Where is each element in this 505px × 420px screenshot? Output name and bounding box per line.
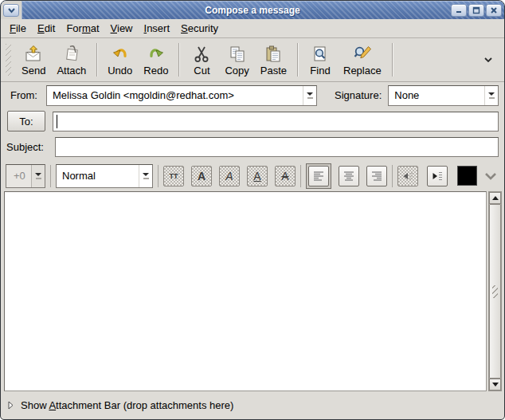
to-row: To: — [1, 108, 504, 134]
menu-mnemonic: E — [37, 22, 45, 34]
copy-button[interactable]: Copy — [219, 41, 254, 79]
editor-area — [1, 191, 504, 391]
send-icon — [24, 45, 43, 64]
from-value: Melissa Goldin <mgoldin@redhat.com> — [47, 89, 303, 101]
toolbar-button-label: Attach — [57, 65, 86, 77]
toolbar-button-label: Paste — [260, 65, 287, 77]
signature-select-arrow — [484, 86, 498, 105]
to-input[interactable] — [53, 112, 499, 131]
chevron-down-icon — [7, 7, 16, 14]
align-left-selected-frame — [306, 163, 331, 189]
menu-label-part: at — [91, 22, 100, 34]
format-separator — [50, 165, 51, 187]
menu-label-part: ile — [16, 22, 26, 34]
menu-insert[interactable]: Insert — [139, 20, 176, 37]
paragraph-style-select-arrow — [139, 165, 152, 187]
strikethrough-toggle[interactable]: A — [275, 166, 296, 186]
align-right-toggle[interactable] — [366, 166, 387, 186]
from-select[interactable]: Melissa Goldin <mgoldin@redhat.com> — [46, 85, 317, 106]
attachment-bar[interactable]: Show Attachment Bar (drop attachments he… — [1, 391, 504, 419]
minimize-icon — [455, 6, 463, 14]
subject-input[interactable] — [55, 137, 499, 157]
find-button[interactable]: Find — [303, 41, 338, 79]
send-button[interactable]: Send — [16, 41, 51, 79]
menu-label-part: dit — [45, 22, 56, 34]
menu-file[interactable]: File — [4, 20, 32, 37]
chevron-down-icon — [484, 172, 497, 180]
attachment-bar-label: Show Attachment Bar (drop attachments he… — [21, 399, 233, 411]
text-color-button[interactable] — [457, 166, 477, 186]
font-size-select[interactable]: +0 — [6, 164, 45, 188]
align-left-toggle[interactable] — [308, 166, 329, 186]
subject-input-wrap — [55, 137, 499, 157]
from-row: From: Melissa Goldin <mgoldin@redhat.com… — [1, 82, 504, 108]
redo-icon — [147, 45, 166, 64]
menu-mnemonic: S — [181, 22, 188, 34]
window-menu-area — [1, 1, 22, 19]
scroll-up-button[interactable] — [489, 192, 501, 204]
indent-icon — [431, 170, 444, 183]
close-button[interactable] — [486, 4, 502, 17]
arrow-bar-icon — [307, 97, 313, 99]
italic-toggle[interactable]: A — [219, 166, 240, 186]
minimize-button[interactable] — [451, 4, 467, 17]
menubar: File Edit Format View Insert Security — [1, 19, 504, 38]
from-label: From: — [6, 89, 46, 101]
window-menu-button[interactable] — [3, 4, 19, 17]
menu-mnemonic: V — [111, 22, 117, 34]
replace-icon — [353, 45, 372, 64]
scrollbar-thumb[interactable] — [489, 204, 501, 379]
paragraph-style-select[interactable]: Normal — [56, 164, 153, 188]
arrow-bar-icon — [489, 97, 495, 99]
paste-button[interactable]: Paste — [255, 41, 292, 79]
cut-button[interactable]: Cut — [184, 41, 219, 79]
message-body[interactable] — [4, 191, 487, 391]
subject-row: Subject: — [1, 134, 504, 160]
toolbar-overflow-button[interactable] — [480, 48, 496, 72]
maximize-icon — [472, 6, 480, 14]
titlebar[interactable]: Compose a message — [1, 1, 504, 19]
scrollbar — [488, 191, 502, 391]
window-title: Compose a message — [1, 5, 504, 16]
bold-toggle[interactable]: A — [191, 166, 212, 186]
menu-label-part: ecurity — [188, 22, 218, 34]
toolbar-separator — [96, 43, 97, 77]
menu-mnemonic: F — [10, 22, 16, 34]
menu-mnemonic: m — [82, 22, 91, 34]
font-size-value: +0 — [6, 170, 31, 182]
maximize-button[interactable] — [468, 4, 484, 17]
toolbar-grip[interactable] — [6, 44, 11, 76]
from-select-arrow — [303, 86, 316, 105]
attach-button[interactable]: Attach — [51, 41, 92, 79]
to-button[interactable]: To: — [7, 111, 45, 131]
toolbar-separator — [297, 43, 298, 77]
subject-label: Subject: — [6, 141, 49, 153]
menu-view[interactable]: View — [105, 20, 139, 37]
menu-security[interactable]: Security — [175, 20, 224, 37]
toolbar-button-label: Send — [22, 65, 45, 77]
menu-format[interactable]: Format — [61, 20, 104, 37]
align-right-icon — [370, 170, 383, 183]
label-part: Show — [21, 399, 49, 411]
align-left-icon — [312, 170, 325, 183]
label-mnemonic: A — [49, 399, 56, 411]
typewriter-toggle[interactable]: TT — [163, 166, 184, 186]
menu-label-part: nsert — [147, 22, 170, 34]
copy-icon — [228, 45, 247, 64]
signature-select[interactable]: None — [388, 85, 499, 106]
format-overflow-button[interactable] — [484, 172, 497, 180]
undo-button[interactable]: Undo — [102, 41, 138, 79]
underline-toggle[interactable]: A — [247, 166, 268, 186]
replace-button[interactable]: Replace — [338, 41, 387, 79]
scroll-down-button[interactable] — [489, 379, 501, 391]
menu-edit[interactable]: Edit — [32, 20, 61, 37]
toolbar-button-label: Undo — [108, 65, 132, 77]
unindent-button[interactable] — [397, 166, 418, 186]
toolbar-button-label: Redo — [143, 65, 168, 77]
redo-button[interactable]: Redo — [138, 41, 174, 79]
label-part: ttachment Bar (drop attachments here) — [56, 399, 233, 411]
indent-button[interactable] — [427, 166, 448, 186]
arrow-down-icon — [143, 173, 149, 176]
menu-label-part: For — [66, 22, 82, 34]
align-center-toggle[interactable] — [339, 166, 359, 186]
